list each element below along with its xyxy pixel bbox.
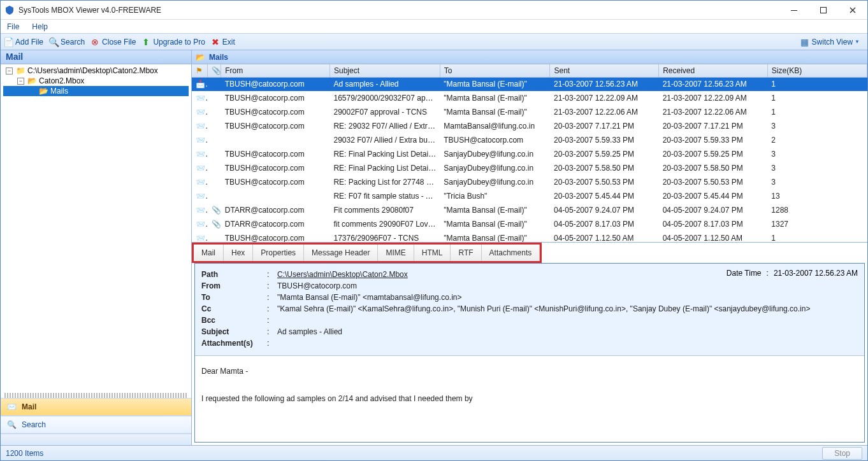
nav-search-label: Search [22, 420, 46, 429]
row-subject: 16579/29000/29032F07 appr... [329, 91, 440, 105]
left-panel: Mail − 📁 C:\Users\admin\Desktop\Caton2.M… [1, 50, 192, 445]
row-to: TBUSH@catocorp.com [440, 133, 550, 147]
mail-preview: Path : C:\Users\admin\Desktop\Caton2.Mbo… [194, 263, 865, 443]
col-attach-icon[interactable]: 📎 [208, 64, 221, 77]
col-received[interactable]: Received [659, 64, 768, 77]
search-button[interactable]: 🔍 Search [48, 37, 85, 47]
menu-help[interactable]: Help [25, 21, 54, 32]
table-row[interactable]: 📨TBUSH@catocorp.comRE: Packing List for … [192, 175, 867, 189]
right-panel-title: Mails [209, 53, 228, 62]
preview-body[interactable]: Dear Mamta - I requested the following a… [195, 356, 864, 442]
add-file-label: Add File [15, 38, 43, 46]
mail-icon: ✉️ [7, 402, 17, 411]
from-value: TBUSH@catocorp.com [277, 281, 858, 290]
tab-rtf[interactable]: RTF [451, 245, 481, 261]
table-row[interactable]: 📨📎DTARR@catocorp.comfit comments 29090F0… [192, 217, 867, 231]
row-to: "Mamta Bansal (E-mail)" [440, 217, 550, 231]
switch-view-button[interactable]: ▦ Switch View ▼ [800, 37, 860, 47]
preview-headers: Path : C:\Users\admin\Desktop\Caton2.Mbo… [195, 264, 864, 356]
maximize-button[interactable] [809, 1, 838, 20]
table-row[interactable]: 📨TBUSH@catocorp.com17376/29096F07 - TCNS… [192, 231, 867, 242]
row-to: "Mamta Bansal (E-mail)" [440, 231, 550, 242]
row-attach-icon [208, 77, 221, 91]
tab-hex[interactable]: Hex [224, 245, 253, 261]
subject-label: Subject [201, 327, 262, 336]
row-flag-icon: 📨 [192, 231, 208, 242]
row-to: "Mamta Bansal (E-mail)" [440, 77, 550, 91]
chevron-down-icon: ▼ [855, 39, 860, 45]
tree-leaf-label: Mails [50, 87, 68, 96]
switch-view-label: Switch View [812, 38, 853, 46]
tree-leaf-mails[interactable]: 📂 Mails [3, 86, 189, 96]
row-to: "Mamta Bansal (E-mail)" [440, 203, 550, 217]
collapse-icon[interactable]: − [6, 67, 13, 74]
mail-grid[interactable]: ⚑ 📎 From Subject To Sent Received Size(K… [192, 64, 867, 242]
attachments-label: Attachment(s) [201, 339, 262, 348]
close-file-button[interactable]: ⊗ Close File [90, 37, 136, 47]
col-flag-icon[interactable]: ⚑ [192, 64, 208, 77]
row-from: TBUSH@catocorp.com [221, 161, 330, 175]
tree-root[interactable]: − 📁 C:\Users\admin\Desktop\Caton2.Mbox [3, 66, 189, 76]
tab-mail[interactable]: Mail [194, 245, 224, 261]
nav-mail-label: Mail [22, 402, 36, 411]
col-from[interactable]: From [221, 64, 330, 77]
minimize-button[interactable] [779, 1, 809, 20]
collapse-icon[interactable]: − [17, 78, 24, 85]
col-size[interactable]: Size(KB) [767, 64, 867, 77]
svg-rect-1 [821, 7, 827, 13]
table-row[interactable]: 📩TBUSH@catocorp.comAd samples - Allied"M… [192, 77, 867, 91]
nav-search[interactable]: 🔍 Search [1, 416, 191, 434]
upgrade-button[interactable]: ⬆ Upgrade to Pro [141, 37, 205, 47]
tab-attachments[interactable]: Attachments [482, 245, 540, 261]
table-row[interactable]: 📨TBUSH@catocorp.comRE: 29032 F07/ Allied… [192, 119, 867, 133]
path-value[interactable]: C:\Users\admin\Desktop\Caton2.Mbox [277, 270, 727, 279]
stop-button[interactable]: Stop [822, 447, 862, 460]
row-subject: RE: Final Packing List Detail f... [329, 147, 440, 161]
row-sent: 21-03-2007 12.22.09 AM [550, 91, 659, 105]
table-row[interactable]: 📨📎DTARR@catocorp.comFit comments 29080f0… [192, 203, 867, 217]
row-size: 3 [767, 175, 867, 189]
row-attach-icon [208, 189, 221, 203]
add-file-button[interactable]: 📄 Add File [3, 37, 43, 47]
splitter-dots[interactable] [4, 393, 187, 398]
grid-header[interactable]: ⚑ 📎 From Subject To Sent Received Size(K… [192, 64, 867, 77]
table-row[interactable]: 📨TBUSH@catocorp.comRE: Final Packing Lis… [192, 147, 867, 161]
table-row[interactable]: 📨RE: F07 fit sample status - All..."Tric… [192, 189, 867, 203]
tab-properties[interactable]: Properties [253, 245, 304, 261]
window-title: SysTools MBOX Viewer v4.0-FREEWARE [18, 6, 779, 15]
folder-open-icon: 📂 [27, 76, 37, 85]
close-button[interactable] [838, 1, 867, 20]
folder-tree[interactable]: − 📁 C:\Users\admin\Desktop\Caton2.Mbox −… [1, 64, 191, 393]
exit-button[interactable]: ✖ Exit [210, 37, 235, 47]
row-size: 1 [767, 105, 867, 119]
table-row[interactable]: 📨TBUSH@catocorp.comRE: Final Packing Lis… [192, 161, 867, 175]
row-flag-icon: 📨 [192, 105, 208, 119]
tab-message-header[interactable]: Message Header [304, 245, 378, 261]
nav-mail[interactable]: ✉️ Mail [1, 398, 191, 416]
row-attach-icon [208, 175, 221, 189]
table-row[interactable]: 📨29032 F07/ Allied / Extra butt...TBUSH@… [192, 133, 867, 147]
table-row[interactable]: 📨TBUSH@catocorp.com29002F07 approval - T… [192, 105, 867, 119]
row-attach-icon [208, 161, 221, 175]
row-from: TBUSH@catocorp.com [221, 231, 330, 242]
table-row[interactable]: 📨TBUSH@catocorp.com16579/29000/29032F07 … [192, 91, 867, 105]
row-received: 21-03-2007 12.56.23 AM [659, 77, 768, 91]
tree-child[interactable]: − 📂 Caton2.Mbox [3, 76, 189, 86]
row-flag-icon: 📨 [192, 147, 208, 161]
subject-value: Ad samples - Allied [277, 327, 858, 336]
row-flag-icon: 📨 [192, 161, 208, 175]
col-subject[interactable]: Subject [329, 64, 440, 77]
search-label: Search [61, 38, 85, 46]
col-to[interactable]: To [440, 64, 550, 77]
row-flag-icon: 📨 [192, 203, 208, 217]
row-sent: 04-05-2007 1.12.50 AM [550, 231, 659, 242]
menu-file[interactable]: File [1, 21, 25, 32]
row-from [221, 189, 330, 203]
tab-mime[interactable]: MIME [378, 245, 414, 261]
row-from: TBUSH@catocorp.com [221, 91, 330, 105]
path-label: Path [201, 270, 262, 279]
tab-html[interactable]: HTML [414, 245, 451, 261]
col-sent[interactable]: Sent [550, 64, 659, 77]
row-received: 04-05-2007 9.24.07 PM [659, 203, 768, 217]
datetime-value: 21-03-2007 12.56.23 AM [774, 269, 858, 278]
